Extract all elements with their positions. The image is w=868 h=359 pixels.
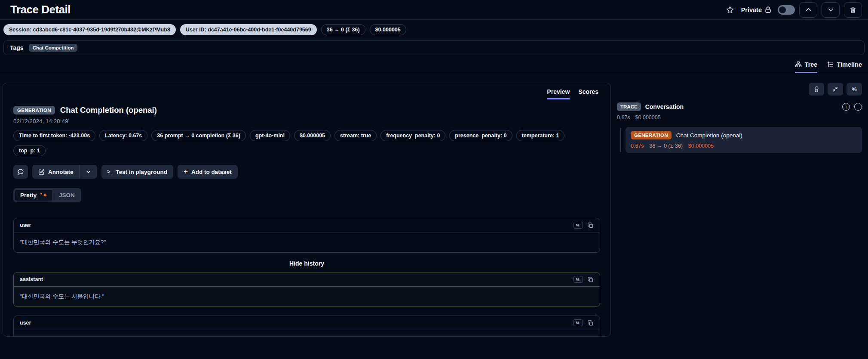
trace-root-row[interactable]: TRACE Conversation + − bbox=[617, 102, 862, 111]
trace-cost: $0.000005 bbox=[635, 115, 661, 121]
pretty-toggle-button[interactable]: Pretty ✦✦ bbox=[15, 189, 53, 201]
observation-header: GENERATION Chat Completion (openai) bbox=[13, 105, 600, 115]
markdown-toggle-icon[interactable]: M↓ bbox=[574, 319, 583, 326]
annotate-pencil-icon bbox=[38, 169, 45, 175]
spacer bbox=[13, 307, 600, 316]
node-header: GENERATION Chat Completion (openai) bbox=[631, 131, 857, 139]
collapse-all-icon[interactable]: − bbox=[854, 103, 862, 111]
message-header: assistant M↓ bbox=[14, 272, 600, 287]
json-toggle-button[interactable]: JSON bbox=[54, 190, 80, 201]
metric-temperature: temperature: 1 bbox=[516, 130, 565, 141]
hide-history-link[interactable]: Hide history bbox=[13, 260, 600, 267]
lock-icon bbox=[764, 6, 772, 13]
generation-type-badge: GENERATION bbox=[13, 106, 55, 115]
top-bar: Trace Detail Private bbox=[0, 0, 868, 20]
generation-type-badge: GENERATION bbox=[631, 131, 672, 139]
public-toggle[interactable] bbox=[778, 5, 795, 15]
tag-chip[interactable]: Chat Competition bbox=[29, 44, 78, 52]
privacy-label: Private bbox=[741, 6, 762, 13]
message-user-1: user M↓ "대한민국의 수도는 무엇인가요?" bbox=[13, 218, 600, 253]
message-header: user M↓ bbox=[14, 316, 600, 330]
node-token-usage: 36 → 0 (Σ 36) bbox=[650, 143, 683, 149]
star-icon bbox=[726, 6, 734, 14]
message-user-2: user M↓ "감사합니다 " bbox=[13, 316, 600, 337]
view-tabs: Tree Timeline bbox=[0, 55, 868, 73]
tree-icon bbox=[795, 61, 802, 68]
panel-tabs: Preview Scores bbox=[13, 83, 600, 99]
metric-pills: Time to first token: -423.00s Latency: 0… bbox=[13, 130, 600, 156]
privacy-status: Private bbox=[741, 6, 772, 13]
token-usage-badge: 36 → 0 (Σ 36) bbox=[321, 24, 365, 35]
session-badge[interactable]: Session: cd3abcd6-c81c-4037-935d-19d9f27… bbox=[3, 24, 176, 35]
bookmark-star-button[interactable] bbox=[726, 6, 734, 14]
trace-latency: 0.67s bbox=[617, 115, 630, 121]
top-bar-actions: Private bbox=[726, 2, 862, 18]
comment-bubble-icon bbox=[17, 168, 24, 175]
generation-node-row[interactable]: GENERATION Chat Completion (openai) 0.67… bbox=[626, 127, 862, 153]
metric-presence-penalty: presence_penalty: 0 bbox=[449, 130, 512, 141]
message-tools: M↓ bbox=[574, 222, 594, 229]
tab-preview[interactable]: Preview bbox=[547, 88, 570, 99]
previous-trace-button[interactable] bbox=[799, 2, 817, 18]
cost-badge: $0.000005 bbox=[370, 24, 406, 35]
annotate-dropdown-button[interactable] bbox=[80, 165, 97, 179]
metrics-toggle-button[interactable]: % bbox=[847, 83, 862, 96]
percent-icon: % bbox=[852, 86, 857, 93]
metric-stream: stream: true bbox=[334, 130, 377, 141]
tags-container: Tags Chat Competition bbox=[3, 40, 865, 55]
terminal-icon: >_ bbox=[107, 169, 113, 175]
metric-model: gpt-4o-mini bbox=[250, 130, 290, 141]
markdown-toggle-icon[interactable]: M↓ bbox=[574, 276, 583, 283]
trace-name: Conversation bbox=[645, 103, 838, 110]
tab-timeline[interactable]: Timeline bbox=[827, 61, 862, 73]
node-latency: 0.67s bbox=[631, 143, 644, 149]
user-id-badge[interactable]: User ID: dc47a41e-06bc-400d-bde1-f0e440d… bbox=[180, 24, 317, 35]
comment-button[interactable] bbox=[13, 165, 28, 179]
trace-type-badge: TRACE bbox=[617, 102, 641, 111]
toggle-knob bbox=[779, 6, 786, 13]
action-buttons-row: Annotate >_ Test in playground + Add to … bbox=[13, 165, 600, 179]
test-in-playground-button[interactable]: >_ Test in playground bbox=[101, 165, 173, 179]
delete-trace-button[interactable] bbox=[844, 2, 862, 18]
trace-metrics: 0.67s $0.000005 bbox=[617, 115, 862, 121]
tab-timeline-label: Timeline bbox=[837, 61, 862, 68]
chevron-down-icon bbox=[86, 169, 91, 175]
copy-icon[interactable] bbox=[587, 222, 594, 229]
tree-guide-line bbox=[620, 128, 621, 152]
plus-icon: + bbox=[184, 167, 188, 176]
tags-label: Tags bbox=[10, 44, 24, 51]
tab-tree[interactable]: Tree bbox=[795, 61, 818, 73]
copy-icon[interactable] bbox=[587, 320, 594, 326]
collapse-all-button[interactable] bbox=[828, 83, 843, 96]
metric-token-usage: 36 prompt → 0 completion (Σ 36) bbox=[151, 130, 246, 141]
scores-toggle-button[interactable] bbox=[809, 83, 824, 96]
chevron-up-icon bbox=[805, 6, 812, 13]
metric-cost: $0.000005 bbox=[294, 130, 331, 141]
metric-top-p: top_p: 1 bbox=[13, 145, 46, 156]
expand-all-icon[interactable]: + bbox=[842, 103, 850, 111]
timeline-icon bbox=[827, 61, 834, 68]
page-title: Trace Detail bbox=[10, 3, 71, 16]
annotate-button[interactable]: Annotate bbox=[32, 165, 80, 179]
annotate-label: Annotate bbox=[48, 169, 74, 175]
message-role: assistant bbox=[20, 276, 43, 282]
metric-frequency-penalty: frequency_penalty: 0 bbox=[380, 130, 445, 141]
markdown-toggle-icon[interactable]: M↓ bbox=[574, 222, 583, 229]
sidebar-toolbar: % bbox=[617, 83, 862, 96]
metric-time-to-first-token: Time to first token: -423.00s bbox=[13, 130, 95, 141]
tab-scores[interactable]: Scores bbox=[578, 88, 598, 99]
observation-preview-card: Preview Scores GENERATION Chat Completio… bbox=[3, 83, 611, 337]
chevron-down-icon bbox=[828, 6, 834, 13]
message-role: user bbox=[20, 320, 31, 326]
trace-meta-row: Session: cd3abcd6-c81c-4037-935d-19d9f27… bbox=[0, 20, 868, 40]
observation-title: Chat Completion (openai) bbox=[60, 105, 157, 115]
message-tools: M↓ bbox=[574, 319, 594, 326]
content-area: Preview Scores GENERATION Chat Completio… bbox=[0, 73, 868, 337]
node-metrics: 0.67s 36 → 0 (Σ 36) $0.000005 bbox=[631, 143, 857, 149]
message-role: user bbox=[20, 222, 31, 228]
message-content: "대한민국의 수도는 무엇인가요?" bbox=[14, 232, 600, 252]
message-header: user M↓ bbox=[14, 218, 600, 232]
next-trace-button[interactable] bbox=[822, 2, 840, 18]
copy-icon[interactable] bbox=[587, 276, 594, 283]
add-to-dataset-button[interactable]: + Add to dataset bbox=[178, 165, 238, 179]
